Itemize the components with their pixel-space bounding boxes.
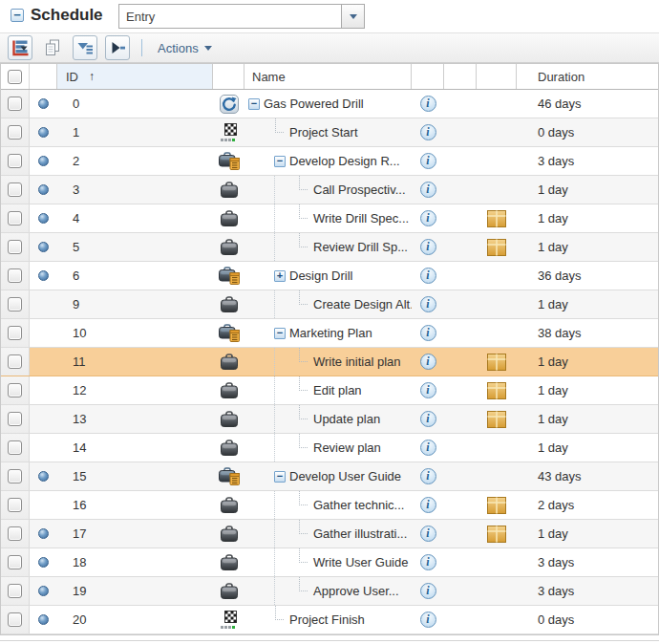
table-row[interactable]: 12 Edit plan i 1 day bbox=[1, 376, 658, 405]
row-checkbox[interactable] bbox=[8, 125, 22, 140]
collapse-node-icon[interactable]: − bbox=[248, 98, 260, 110]
table-row[interactable]: 9 Create Design Alt... i 1 day bbox=[1, 290, 658, 319]
info-icon[interactable]: i bbox=[420, 382, 436, 398]
info-icon[interactable]: i bbox=[420, 411, 436, 427]
table-row[interactable]: 0 −Gas Powered Drill i 46 days bbox=[1, 90, 658, 118]
info-icon[interactable]: i bbox=[420, 354, 436, 370]
row-name-cell[interactable]: −Marketing Plan bbox=[244, 319, 412, 347]
row-checkbox[interactable] bbox=[8, 268, 22, 283]
info-icon[interactable]: i bbox=[420, 210, 436, 226]
info-icon[interactable]: i bbox=[420, 153, 436, 169]
row-name-cell[interactable]: Project Start bbox=[244, 118, 412, 146]
table-row[interactable]: 4 Write Drill Spec... i 1 day bbox=[1, 204, 658, 233]
row-checkbox[interactable] bbox=[8, 440, 22, 455]
table-row[interactable]: 2 −Develop Design R... i 3 days bbox=[1, 147, 658, 176]
info-icon[interactable]: i bbox=[420, 96, 436, 112]
info-icon[interactable]: i bbox=[420, 497, 436, 513]
sheet-settings-button[interactable] bbox=[8, 35, 32, 60]
row-name-cell[interactable]: Write User Guide bbox=[244, 548, 412, 576]
row-name-cell[interactable]: Write Drill Spec... bbox=[244, 204, 412, 232]
row-name-cell[interactable]: Project Finish bbox=[244, 606, 412, 633]
package-column-header[interactable] bbox=[477, 64, 517, 89]
view-dropdown-button[interactable] bbox=[341, 5, 364, 28]
row-checkbox[interactable] bbox=[8, 526, 22, 541]
table-row[interactable]: 18 Write User Guide i 3 days bbox=[1, 548, 658, 577]
section-collapse-icon[interactable]: − bbox=[11, 9, 24, 22]
icon-column-header[interactable] bbox=[213, 64, 244, 89]
table-row[interactable]: 19 Approve User... i 3 days bbox=[1, 577, 658, 606]
select-all-checkbox[interactable] bbox=[8, 70, 22, 84]
filter-menu-button[interactable] bbox=[73, 35, 97, 60]
row-checkbox[interactable] bbox=[8, 211, 22, 225]
table-row[interactable]: 16 Gather technic... i 2 days bbox=[1, 491, 658, 520]
row-checkbox[interactable] bbox=[8, 612, 22, 627]
table-row[interactable]: 13 Update plan i 1 day bbox=[1, 405, 658, 434]
info-icon[interactable]: i bbox=[420, 124, 436, 140]
duration-column-header[interactable]: Duration bbox=[517, 64, 658, 89]
table-row[interactable]: 6 +Design Drill i 36 days bbox=[1, 262, 658, 290]
id-column-header[interactable]: ID ↑ bbox=[57, 64, 213, 89]
info-icon[interactable]: i bbox=[420, 268, 436, 284]
info-icon[interactable]: i bbox=[420, 526, 436, 542]
row-duration-cell: 1 day bbox=[517, 290, 658, 318]
row-checkbox[interactable] bbox=[8, 469, 22, 483]
table-row[interactable]: 5 Review Drill Sp... i 1 day bbox=[1, 233, 658, 262]
extra-column-header[interactable] bbox=[444, 64, 477, 89]
info-icon[interactable]: i bbox=[420, 554, 436, 570]
table-row[interactable]: 20 Project Finish i 0 days bbox=[1, 606, 658, 634]
row-checkbox[interactable] bbox=[8, 326, 22, 340]
table-row-selected[interactable]: 11 Write initial plan i 1 day bbox=[1, 348, 658, 376]
row-checkbox[interactable] bbox=[8, 412, 22, 426]
row-name-cell[interactable]: Review plan bbox=[244, 434, 412, 462]
row-checkbox[interactable] bbox=[8, 555, 22, 569]
info-icon[interactable]: i bbox=[420, 440, 436, 456]
info-icon[interactable]: i bbox=[420, 468, 436, 484]
table-row[interactable]: 17 Gather illustrati... i 1 day bbox=[1, 520, 658, 548]
collapse-node-icon[interactable]: − bbox=[274, 156, 286, 167]
row-name-cell[interactable]: Gather illustrati... bbox=[244, 520, 412, 547]
row-name-cell[interactable]: Gather technic... bbox=[244, 491, 412, 519]
collapse-node-icon[interactable]: − bbox=[274, 328, 286, 339]
row-name-cell[interactable]: +Design Drill bbox=[244, 262, 412, 290]
copy-button[interactable] bbox=[40, 35, 65, 60]
view-dropdown[interactable]: Entry bbox=[118, 4, 365, 29]
expand-node-icon[interactable]: + bbox=[274, 270, 286, 282]
row-checkbox[interactable] bbox=[8, 240, 22, 254]
row-name-cell[interactable]: −Gas Powered Drill bbox=[244, 90, 412, 118]
row-name-cell[interactable]: Review Drill Sp... bbox=[244, 233, 412, 261]
indent-button[interactable] bbox=[105, 35, 130, 60]
info-icon[interactable]: i bbox=[420, 182, 436, 198]
collapse-node-icon[interactable]: − bbox=[274, 471, 286, 483]
row-name-cell[interactable]: Update plan bbox=[244, 405, 412, 433]
info-column-header[interactable] bbox=[412, 64, 444, 89]
name-column-header[interactable]: Name bbox=[244, 64, 412, 89]
row-checkbox[interactable] bbox=[8, 154, 22, 168]
info-icon[interactable]: i bbox=[420, 612, 436, 628]
info-icon[interactable]: i bbox=[420, 583, 436, 599]
row-name-cell[interactable]: Approve User... bbox=[244, 577, 412, 605]
table-row[interactable]: 1 Project Start i 0 days bbox=[1, 118, 658, 147]
info-icon[interactable]: i bbox=[420, 296, 436, 312]
row-name-cell[interactable]: Call Prospectiv... bbox=[244, 176, 412, 204]
table-row[interactable]: 3 Call Prospectiv... i 1 day bbox=[1, 176, 658, 204]
row-name-cell[interactable]: −Develop Design R... bbox=[244, 147, 412, 175]
row-checkbox[interactable] bbox=[8, 97, 22, 111]
row-id-cell: 3 bbox=[57, 176, 213, 204]
actions-menu[interactable]: Actions bbox=[152, 37, 218, 59]
row-name-cell[interactable]: Edit plan bbox=[244, 376, 412, 404]
row-name-cell[interactable]: −Develop User Guide bbox=[244, 462, 412, 490]
row-checkbox[interactable] bbox=[8, 584, 22, 598]
row-checkbox[interactable] bbox=[8, 498, 22, 512]
table-row[interactable]: 10 −Marketing Plan i 38 days bbox=[1, 319, 658, 348]
table-row[interactable]: 15 −Develop User Guide i 43 days bbox=[1, 462, 658, 491]
row-name-cell[interactable]: Create Design Alt... bbox=[244, 290, 412, 318]
info-icon[interactable]: i bbox=[420, 239, 436, 255]
status-column-header[interactable] bbox=[30, 64, 57, 89]
info-icon[interactable]: i bbox=[420, 325, 436, 341]
row-checkbox[interactable] bbox=[8, 354, 22, 369]
row-checkbox[interactable] bbox=[8, 383, 22, 397]
table-row[interactable]: 14 Review plan i 1 day bbox=[1, 434, 658, 462]
row-checkbox[interactable] bbox=[8, 182, 22, 197]
row-name-cell[interactable]: Write initial plan bbox=[244, 348, 412, 376]
row-checkbox[interactable] bbox=[8, 297, 22, 311]
